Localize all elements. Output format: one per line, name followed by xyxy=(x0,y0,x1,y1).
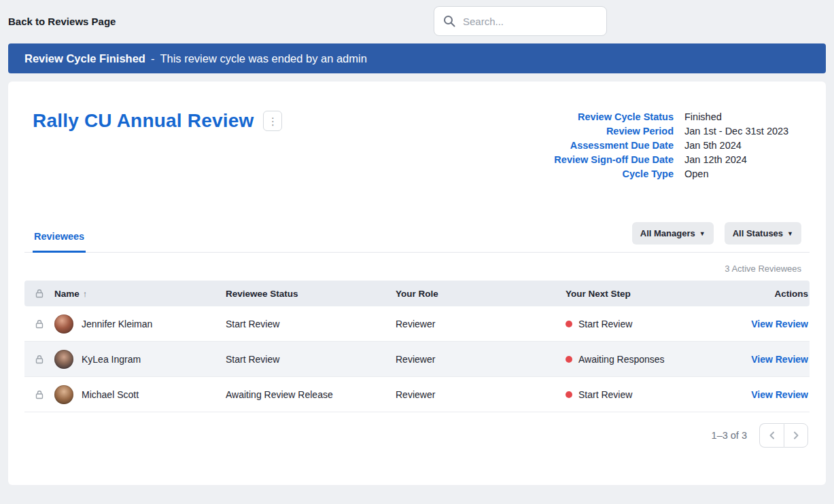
lock-icon xyxy=(24,355,54,364)
column-header-name-label: Name xyxy=(54,289,80,299)
search-box[interactable] xyxy=(434,6,607,36)
reviewee-name: Jennifer Kleiman xyxy=(82,319,152,329)
all-managers-label: All Managers xyxy=(640,228,695,238)
meta-value: Finished xyxy=(684,111,801,122)
all-statuses-filter[interactable]: All Statuses ▼ xyxy=(725,222,801,245)
sort-asc-icon: ↑ xyxy=(83,289,88,299)
back-to-reviews-link[interactable]: Back to Reviews Page xyxy=(8,16,116,27)
next-step: Start Review xyxy=(578,389,632,400)
column-header-reviewee-status: Reviewee Status xyxy=(226,289,396,299)
cycle-meta: Review Cycle Status Finished Review Peri… xyxy=(554,110,801,179)
view-review-link[interactable]: View Review xyxy=(751,354,808,365)
your-role: Reviewer xyxy=(396,319,566,329)
view-review-link[interactable]: View Review xyxy=(751,389,808,400)
next-step: Awaiting Responses xyxy=(578,354,665,365)
status-dot-icon xyxy=(566,321,572,327)
table-header: Name↑ Reviewee Status Your Role Your Nex… xyxy=(24,281,810,306)
meta-label: Review Cycle Status xyxy=(554,111,674,122)
status-dot-icon xyxy=(566,356,572,363)
lock-icon xyxy=(24,289,54,298)
top-header: Back to Reviews Page xyxy=(0,0,834,42)
reviewee-name: KyLea Ingram xyxy=(82,354,141,365)
page-title: Rally CU Annual Review xyxy=(33,110,254,132)
table-row: KyLea Ingram Start Review Reviewer Await… xyxy=(24,342,810,377)
search-input[interactable] xyxy=(463,16,598,27)
chevron-down-icon: ▼ xyxy=(787,230,793,237)
filters: All Managers ▼ All Statuses ▼ xyxy=(632,221,801,245)
reviewee-status: Start Review xyxy=(226,354,396,365)
reviewee-name: Michael Scott xyxy=(82,389,139,400)
kebab-menu-button[interactable]: ⋮ xyxy=(263,111,282,131)
table-body: Jennifer Kleiman Start Review Reviewer S… xyxy=(24,306,810,412)
review-cycle-banner: Review Cycle Finished - This review cycl… xyxy=(8,43,826,73)
column-header-your-next-step: Your Next Step xyxy=(566,289,735,299)
pagination: 1–3 of 3 xyxy=(24,423,810,448)
all-managers-filter[interactable]: All Managers ▼ xyxy=(632,222,714,245)
meta-value: Open xyxy=(684,168,801,179)
meta-label: Assessment Due Date xyxy=(554,140,674,151)
column-header-actions: Actions xyxy=(735,289,810,299)
view-review-link[interactable]: View Review xyxy=(751,319,808,329)
reviewee-status: Awaiting Review Release xyxy=(226,389,396,400)
table-row: Jennifer Kleiman Start Review Reviewer S… xyxy=(24,306,810,342)
pagination-label: 1–3 of 3 xyxy=(712,430,747,441)
meta-value: Jan 1st - Dec 31st 2023 xyxy=(684,126,801,137)
tab-reviewees[interactable]: Reviewees xyxy=(33,221,86,253)
meta-value: Jan 12th 2024 xyxy=(684,154,801,165)
status-dot-icon xyxy=(566,391,572,398)
banner-separator: - xyxy=(151,52,155,65)
lock-icon xyxy=(24,390,54,399)
avatar xyxy=(54,350,73,369)
column-header-your-role: Your Role xyxy=(396,289,566,299)
table-row: Michael Scott Awaiting Review Release Re… xyxy=(24,377,810,412)
meta-value: Jan 5th 2024 xyxy=(684,140,801,151)
next-page-button[interactable] xyxy=(784,423,808,448)
column-header-name[interactable]: Name↑ xyxy=(54,289,226,299)
lock-icon xyxy=(24,319,54,329)
banner-message: This review cycle was ended by an admin xyxy=(160,52,366,65)
your-role: Reviewer xyxy=(396,354,566,365)
search-icon xyxy=(442,14,456,28)
avatar xyxy=(54,314,73,334)
active-reviewees-count: 3 Active Reviewees xyxy=(24,264,801,274)
meta-label: Cycle Type xyxy=(554,168,674,179)
chevron-down-icon: ▼ xyxy=(699,230,706,237)
reviewee-status: Start Review xyxy=(226,319,396,329)
chevron-left-icon xyxy=(767,431,777,440)
your-role: Reviewer xyxy=(396,389,566,400)
card-header: Rally CU Annual Review ⋮ Review Cycle St… xyxy=(24,98,810,179)
meta-label: Review Period xyxy=(554,126,674,137)
page: Back to Reviews Page Review Cycle Finish… xyxy=(0,0,834,504)
next-step: Start Review xyxy=(578,319,632,329)
all-statuses-label: All Statuses xyxy=(733,228,783,238)
meta-label: Review Sign-off Due Date xyxy=(554,154,674,165)
banner-title: Review Cycle Finished xyxy=(24,52,145,65)
avatar xyxy=(54,385,73,404)
review-cycle-card: Rally CU Annual Review ⋮ Review Cycle St… xyxy=(8,82,826,485)
kebab-icon: ⋮ xyxy=(268,116,278,126)
previous-page-button[interactable] xyxy=(759,423,784,448)
tabs-row: Reviewees All Managers ▼ All Statuses ▼ xyxy=(24,221,810,253)
chevron-right-icon xyxy=(791,431,801,440)
